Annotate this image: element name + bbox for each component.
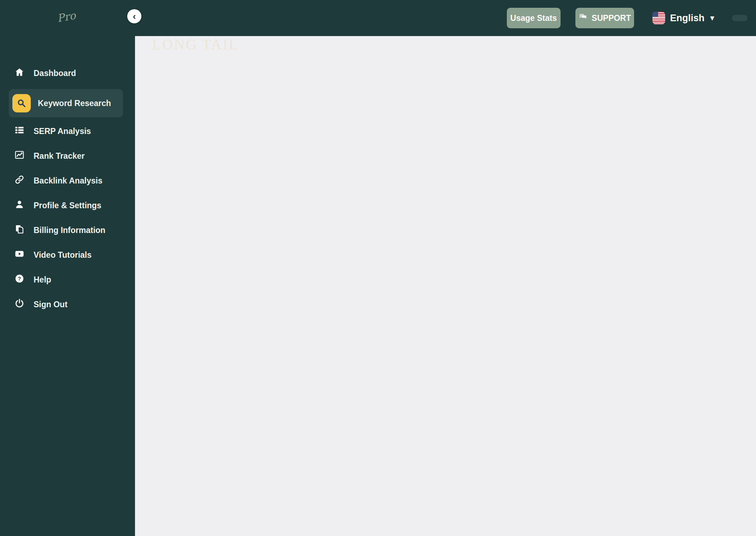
question-circle-icon: ? (14, 274, 24, 286)
sidebar-item-backlink-analysis[interactable]: Backlink Analysis (9, 172, 123, 190)
sidebar-item-billing-information[interactable]: Billing Information (9, 221, 123, 239)
logo: LONG TAILPro (0, 0, 135, 36)
list-icon (14, 125, 24, 137)
us-flag-icon (652, 12, 665, 24)
topbar-toggle-pill[interactable] (732, 15, 748, 21)
chevron-down-icon[interactable]: ▼ (709, 14, 716, 22)
sidebar: LONG TAILPro Dashboard Keyword Research … (0, 0, 135, 536)
sidebar-item-video-tutorials[interactable]: Video Tutorials (9, 246, 123, 264)
sidebar-collapse-button[interactable]: ‹ (127, 9, 141, 23)
support-button[interactable]: SUPPORT (575, 8, 634, 28)
youtube-icon (14, 249, 24, 261)
svg-text:?: ? (18, 275, 21, 281)
person-icon (14, 199, 24, 211)
sidebar-item-sign-out[interactable]: Sign Out (9, 296, 123, 313)
billing-pages-icon (14, 224, 24, 236)
sidebar-item-dashboard[interactable]: Dashboard (9, 64, 123, 82)
sidebar-item-keyword-research[interactable]: Keyword Research (9, 89, 123, 117)
sidebar-item-rank-tracker[interactable]: Rank Tracker (9, 147, 123, 165)
sidebar-nav: Dashboard Keyword Research SERP Analysis… (0, 64, 135, 313)
power-icon (14, 298, 24, 310)
brand-name: LONG TAIL (135, 36, 756, 536)
chat-icon (578, 12, 587, 24)
search-icon (12, 94, 31, 112)
usage-stats-button[interactable]: Usage Stats (507, 8, 561, 28)
language-selector[interactable]: English (670, 13, 705, 24)
sidebar-item-serp-analysis[interactable]: SERP Analysis (9, 122, 123, 140)
sidebar-item-help[interactable]: ? Help (9, 271, 123, 289)
brand-suffix: Pro (56, 9, 77, 24)
home-icon (14, 67, 24, 79)
link-icon (14, 175, 24, 187)
sidebar-item-profile-settings[interactable]: Profile & Settings (9, 197, 123, 214)
chart-line-icon (14, 150, 24, 162)
